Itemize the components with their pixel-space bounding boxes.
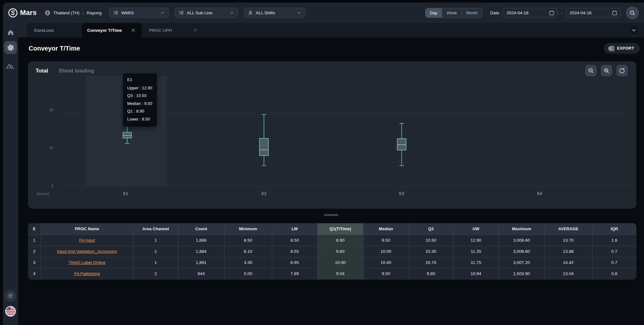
chevron-down-icon <box>156 10 165 15</box>
date-from-value: 2024-04-16 <box>507 10 529 15</box>
table-cell: 8.55 <box>272 246 317 257</box>
calendar-icon[interactable] <box>549 10 554 16</box>
table-cell: 11.35 <box>453 246 499 257</box>
proc-link[interactable]: Input And Validation_Accessory <box>57 249 117 254</box>
table-header-cell: IQR <box>592 223 636 235</box>
boxplot-e3[interactable] <box>397 123 406 166</box>
chart-tab-total[interactable]: Total <box>36 68 48 74</box>
table-header-cell: UW <box>453 223 499 235</box>
date-to-field[interactable]: 2024-04-16 <box>565 8 621 18</box>
tab-label: PROC UPH <box>149 28 172 33</box>
y-tick-label: 20 <box>49 108 54 112</box>
shift-select-value: ALL Shifts <box>256 10 275 15</box>
table-cell: ThinQ Label Online <box>41 257 133 268</box>
table-cell: 10.94 <box>453 268 499 279</box>
table-cell: 1,888 <box>178 235 224 246</box>
table-cell: 2 <box>133 268 178 279</box>
table-header-cell: PROC Name <box>41 223 133 235</box>
table-cell: 12.90 <box>453 235 499 246</box>
y-tick-label: 10 <box>49 146 54 150</box>
table-cell: 3,008.60 <box>499 246 544 257</box>
table-cell: 8.50 <box>272 235 317 246</box>
bell-curves-icon <box>6 62 15 70</box>
list-icon <box>113 10 118 15</box>
calendar-icon[interactable] <box>612 10 617 16</box>
search-button[interactable] <box>626 6 639 19</box>
period-option-week[interactable]: Week <box>442 8 461 17</box>
table-cell: Input And Validation_Accessory <box>41 246 133 257</box>
hover-band <box>86 76 166 186</box>
table-cell: 7.89 <box>272 268 317 279</box>
tab-coreloss[interactable]: CoreLoss <box>26 23 82 38</box>
table-header-row: EPROC NameArea ChannelCountMinimumLWQ1(T… <box>28 223 636 235</box>
table-header-cell: Maximum <box>499 223 544 235</box>
us-flag-icon <box>5 306 16 317</box>
list-icon <box>179 10 184 15</box>
line-select[interactable]: WM03 <box>109 8 169 18</box>
app-logo-text: Mars <box>20 9 37 17</box>
proc-link[interactable]: FA Palletizing <box>74 271 100 276</box>
reset-zoom-button[interactable] <box>616 65 628 76</box>
table-row: 4FA Palletizing29445.007.899.049.509.801… <box>28 268 636 279</box>
tab-close-icon[interactable] <box>123 28 135 32</box>
date-label: Date <box>490 10 499 15</box>
table-cell: 10.50 <box>409 235 453 246</box>
table-header-cell: Minimum <box>224 223 272 235</box>
tab-label: Conveyor T/Time <box>87 28 122 33</box>
tab-overflow-button[interactable] <box>628 25 639 35</box>
table-header-cell: Q1(T/Time) <box>317 223 363 235</box>
table-row: 2Input And Validation_Accessory11,8846.1… <box>28 246 636 257</box>
tab-conveyor-t-time[interactable]: Conveyor T/Time <box>82 23 142 38</box>
table-cell: 1.6 <box>592 235 636 246</box>
zoom-in-icon <box>603 67 610 74</box>
chevron-down-icon <box>225 10 234 15</box>
tab-proc-uph[interactable]: PROC UPH <box>142 23 204 38</box>
zoom-out-button[interactable] <box>585 65 597 76</box>
shift-select[interactable]: ALL Shifts <box>244 8 305 18</box>
home-icon <box>7 29 14 36</box>
language-flag-button[interactable] <box>5 306 16 317</box>
app-shell: Mars Thailand (TH) › Rayong WM03 <box>3 3 644 325</box>
proc-link[interactable]: ThinQ Label Online <box>68 260 105 265</box>
table-cell: 14.42 <box>544 257 592 268</box>
date-range-separator: - <box>561 10 562 15</box>
table-cell: FA Palletizing <box>41 268 133 279</box>
topbar-right-group: DayWeekMonth Date 2024-04-16 - 2024-04-1… <box>425 6 639 19</box>
breadcrumb-separator: › <box>82 10 84 16</box>
date-from-field[interactable]: 2024-04-16 <box>502 8 558 18</box>
subline-select[interactable]: ALL Sub Line <box>175 8 238 18</box>
breadcrumb-site[interactable]: Rayong <box>87 10 102 15</box>
table-cell: 10.30 <box>409 246 453 257</box>
table-cell: 0.7 <box>592 246 636 257</box>
left-rail <box>3 23 18 325</box>
boxplot-e2[interactable] <box>260 114 268 166</box>
proc-link[interactable]: FA Input <box>79 238 95 243</box>
subline-select-value: ALL Sub Line <box>187 10 212 15</box>
settings-button[interactable] <box>4 290 17 302</box>
table-cell: 1 <box>133 257 178 268</box>
table-header-cell: AVERAGE <box>544 223 592 235</box>
chevron-down-icon <box>292 10 301 15</box>
resize-handle[interactable] <box>324 214 338 216</box>
chart-tab-sheet-loading[interactable]: Sheet loading <box>59 68 94 74</box>
breadcrumb-location[interactable]: Thailand (TH) <box>53 10 80 15</box>
home-nav-button[interactable] <box>6 28 15 37</box>
period-option-month[interactable]: Month <box>461 8 482 17</box>
app-logo: Mars <box>8 8 37 18</box>
table-header-cell: Count <box>178 223 224 235</box>
reset-icon <box>619 67 625 74</box>
table-cell: 13.88 <box>544 246 592 257</box>
zoom-in-button[interactable] <box>601 65 612 76</box>
distribution-nav-button[interactable] <box>5 62 16 71</box>
table-header-cell: Area Channel <box>133 223 178 235</box>
tab-close-icon[interactable] <box>185 28 197 32</box>
export-button[interactable]: EXPORT <box>604 43 640 54</box>
top-bar: Mars Thailand (TH) › Rayong WM03 <box>3 3 644 23</box>
period-option-day[interactable]: Day <box>426 8 442 17</box>
zoom-out-icon <box>588 67 594 74</box>
table-header-cell: Q3 <box>409 223 453 235</box>
table-cell: 1 <box>133 246 178 257</box>
analysis-nav-button-active[interactable] <box>4 41 17 54</box>
table-cell: 3.30 <box>224 257 272 268</box>
table-cell: 10.00 <box>317 257 363 268</box>
